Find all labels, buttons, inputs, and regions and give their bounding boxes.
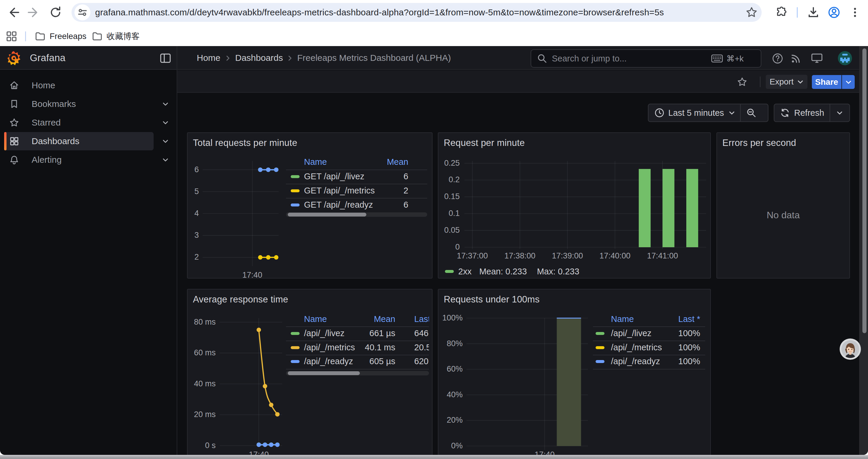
rss-icon[interactable] <box>790 53 802 64</box>
sidebar-item-label: Dashboards <box>32 132 80 150</box>
legend-pill <box>291 360 300 363</box>
reload-icon[interactable] <box>49 6 62 19</box>
site-settings-icon[interactable] <box>74 4 90 21</box>
search-placeholder: Search or jump to... <box>552 54 711 64</box>
legend-row-separator <box>286 184 427 184</box>
y-axis-tick-label: 3 <box>146 231 199 240</box>
bell-icon <box>9 155 19 165</box>
back-icon[interactable] <box>7 6 20 19</box>
sidebar-item-dashboards[interactable]: Dashboards <box>4 132 154 150</box>
panel-title[interactable]: Request per minute <box>444 138 525 148</box>
legend-value: 646 µs <box>414 328 429 338</box>
forward-icon[interactable] <box>27 6 40 19</box>
icon-glyph <box>160 54 171 63</box>
share-menu-button[interactable] <box>842 75 855 89</box>
chevron-down-icon[interactable] <box>162 119 169 126</box>
y-axis-tick-label: 0 <box>406 242 460 252</box>
brand-title[interactable]: Grafana <box>30 46 66 70</box>
y-axis-tick-label: 0% <box>409 441 463 451</box>
monitor-icon[interactable] <box>811 53 823 64</box>
bookmark-star-icon[interactable] <box>745 6 758 19</box>
icon-glyph <box>162 156 169 164</box>
share-button[interactable]: Share <box>812 75 841 89</box>
y-axis-tick-label: 5 <box>146 187 199 196</box>
sidebar-item-home[interactable]: Home <box>4 76 154 95</box>
panel-title[interactable]: Requests under 100ms <box>444 294 540 305</box>
bookmarks-separator <box>25 31 26 41</box>
refresh-interval-button[interactable] <box>830 109 849 117</box>
icon-glyph <box>9 136 19 146</box>
chevron-down-icon <box>836 109 843 117</box>
sidebar-item-starred[interactable]: Starred <box>4 113 154 132</box>
legend-header[interactable]: Last * <box>414 314 429 324</box>
url-text[interactable]: grafana.mathmast.com/d/deytv4rwavabkb/fr… <box>95 3 664 22</box>
legend-row-separator <box>286 169 427 170</box>
x-axis-tick-label: 17:40 <box>223 270 282 280</box>
panel-title[interactable]: Average response time <box>193 294 288 305</box>
export-button[interactable]: Export <box>766 75 807 89</box>
x-axis-tick-label: 17:40 <box>515 450 574 455</box>
icon-glyph <box>828 6 840 19</box>
refresh-button[interactable]: Refresh <box>774 104 850 122</box>
icon-glyph <box>848 6 862 19</box>
legend-series-name[interactable]: 2xx <box>458 267 471 276</box>
legend-value: 100% <box>606 328 700 338</box>
chevron-down-icon[interactable] <box>162 137 169 145</box>
breadcrumb-dashboards[interactable]: Dashboards <box>235 46 283 70</box>
zoom-out-icon <box>746 108 756 118</box>
sidebar-item-bookmarks[interactable]: Bookmarks <box>4 95 154 113</box>
grafana-logo[interactable] <box>7 51 20 66</box>
chevron-down-icon[interactable] <box>162 100 169 108</box>
legend-row-separator <box>286 326 429 327</box>
legend-pill <box>596 332 604 335</box>
icon-glyph <box>811 53 823 64</box>
window-edge <box>0 455 868 459</box>
panel-title[interactable]: Errors per second <box>722 138 796 148</box>
panel-requests-under-100ms[interactable] <box>438 289 711 455</box>
refresh-label: Refresh <box>794 108 824 118</box>
favorite-star-icon[interactable] <box>737 77 747 88</box>
legend-header[interactable]: Mean <box>314 157 408 167</box>
bookmark-folder-blogs[interactable]: 收藏博客 <box>92 31 140 42</box>
icon-glyph <box>162 100 169 108</box>
grafana-app: Grafana Home Dashboards Freeleaps Metric… <box>0 46 868 455</box>
time-range-picker[interactable]: Last 5 minutes <box>648 104 769 122</box>
icon-glyph <box>7 51 20 66</box>
search-shortcut-text: ⌘+k <box>726 54 744 64</box>
legend-hscrollbar-thumb[interactable] <box>288 371 360 375</box>
y-axis-tick-label: 4 <box>146 209 199 218</box>
legend-header[interactable]: Mean <box>301 314 395 324</box>
apps-grid-icon[interactable] <box>6 31 17 42</box>
breadcrumb-home[interactable]: Home <box>197 46 220 70</box>
extensions-icon[interactable] <box>775 6 788 19</box>
legend-row-separator <box>286 340 429 341</box>
search-input[interactable]: Search or jump to... ⌘+k <box>531 49 761 68</box>
search-shortcut: ⌘+k <box>711 54 744 64</box>
user-avatar[interactable] <box>838 51 852 65</box>
legend-value: 605 µs <box>301 357 395 366</box>
clock-icon <box>654 108 664 118</box>
help-icon[interactable] <box>772 53 783 64</box>
panel-title[interactable]: Total requests per minute <box>193 138 297 148</box>
bookmark-folder-freeleaps[interactable]: Freeleaps <box>35 31 87 42</box>
collapse-sidebar-icon[interactable] <box>159 53 172 63</box>
legend-row-separator <box>593 326 705 327</box>
assistant-avatar[interactable] <box>839 338 861 360</box>
profile-icon[interactable] <box>828 6 840 19</box>
icon-glyph <box>224 55 231 61</box>
menu-dots-icon[interactable] <box>848 6 862 19</box>
zoom-out-button[interactable] <box>741 108 762 118</box>
download-icon[interactable] <box>807 6 820 19</box>
panel-errors-per-second[interactable] <box>716 132 850 278</box>
browser-chrome: grafana.mathmast.com/d/deytv4rwavabkb/fr… <box>0 0 868 46</box>
sidebar-item-alerting[interactable]: Alerting <box>4 151 154 169</box>
legend-pill <box>291 346 300 349</box>
folder-icon <box>92 31 102 42</box>
legend-header[interactable]: Last * <box>606 314 700 324</box>
legend-stat-max: Max: 0.233 <box>537 267 579 276</box>
icon-glyph <box>6 31 17 42</box>
legend-hscrollbar-thumb[interactable] <box>288 213 366 217</box>
icon-glyph <box>162 137 169 145</box>
chevron-down-icon[interactable] <box>162 156 169 164</box>
scrollbar-thumb[interactable] <box>862 48 867 333</box>
